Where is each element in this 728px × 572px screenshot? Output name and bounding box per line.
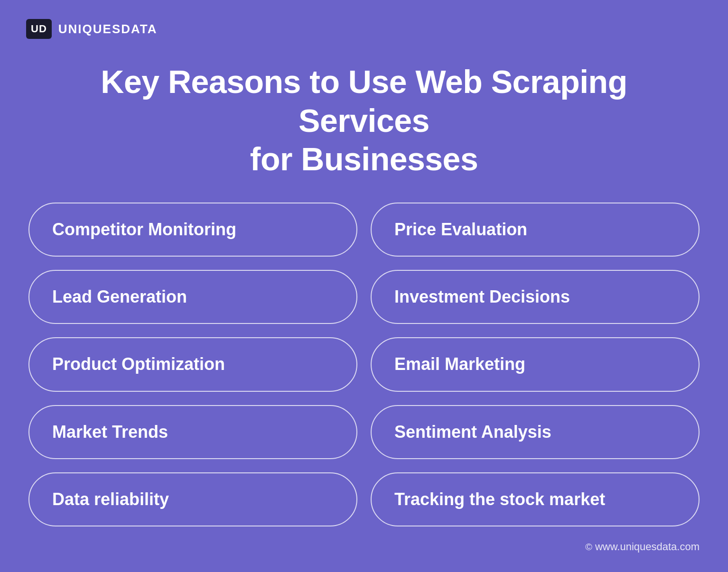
pill-data-reliability: Data reliability — [28, 472, 357, 526]
website-url: www.uniquesdata.com — [595, 541, 700, 553]
pill-sentiment-analysis: Sentiment Analysis — [371, 405, 700, 459]
title-line1: Key Reasons to Use Web Scraping Services — [38, 63, 690, 140]
title-line2: for Businesses — [38, 140, 690, 179]
pills-grid: Competitor Monitoring Price Evaluation L… — [0, 203, 728, 526]
pill-email-marketing: Email Marketing — [371, 337, 700, 391]
logo-box: UD — [26, 19, 52, 39]
brand-name: UNIQUESDATA — [58, 22, 158, 37]
logo-text: UD — [31, 23, 47, 35]
pill-price-evaluation: Price Evaluation — [371, 203, 700, 257]
pill-competitor-monitoring: Competitor Monitoring — [28, 203, 357, 257]
pill-investment-decisions: Investment Decisions — [371, 270, 700, 324]
page-title: Key Reasons to Use Web Scraping Services… — [0, 48, 728, 203]
footer: © www.uniquesdata.com — [0, 526, 728, 572]
pill-product-optimization: Product Optimization — [28, 337, 357, 391]
pill-tracking-stock-market: Tracking the stock market — [371, 472, 700, 526]
pill-lead-generation: Lead Generation — [28, 270, 357, 324]
header: UD UNIQUESDATA — [0, 0, 728, 48]
copyright-symbol: © — [585, 542, 592, 553]
pill-market-trends: Market Trends — [28, 405, 357, 459]
